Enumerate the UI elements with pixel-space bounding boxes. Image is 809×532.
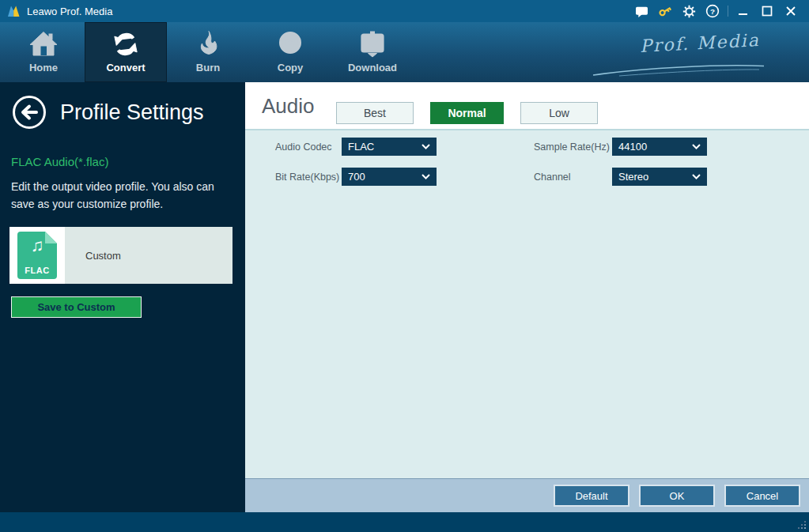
app-logo-icon: [6, 5, 21, 17]
status-footer: [0, 512, 809, 532]
brand-swoosh-icon: [592, 63, 766, 77]
flac-file-icon: ♫ FLAC: [17, 232, 57, 279]
bit-rate-label: Bit Rate(Kbps): [275, 172, 342, 183]
sample-rate-field: Sample Rate(Hz) 44100: [534, 138, 707, 156]
resize-grip[interactable]: [804, 527, 806, 529]
quality-best-button[interactable]: Best: [336, 102, 414, 124]
app-window: Leawo Prof. Media ?: [0, 0, 809, 532]
custom-profile-icon-cell: ♫ FLAC: [9, 227, 65, 284]
window-title: Leawo Prof. Media: [27, 6, 112, 17]
profile-description: Edit the output video profile. You also …: [11, 179, 231, 213]
page-title: Profile Settings: [60, 100, 204, 125]
titlebar: Leawo Prof. Media ?: [0, 0, 809, 22]
custom-profile-label: Custom: [85, 250, 121, 262]
channel-select[interactable]: Stereo: [612, 168, 707, 186]
nav-tab-burn[interactable]: Burn: [167, 22, 249, 82]
section-title: Audio: [262, 94, 315, 119]
nav-tab-download[interactable]: Download: [331, 22, 414, 82]
audio-codec-select[interactable]: FLAC: [342, 138, 437, 156]
save-to-custom-button[interactable]: Save to Custom: [11, 296, 142, 318]
profile-name: FLAC Audio(*.flac): [11, 155, 234, 168]
audio-settings-header: Audio Best Normal Low: [245, 82, 809, 130]
svg-text:?: ?: [710, 7, 715, 16]
channel-value: Stereo: [618, 171, 692, 183]
titlebar-controls: ?: [629, 2, 803, 21]
chevron-down-icon: [422, 174, 430, 179]
chevron-down-icon: [692, 174, 701, 179]
cancel-button[interactable]: Cancel: [724, 485, 800, 507]
back-button[interactable]: [11, 94, 47, 130]
minimize-icon[interactable]: [732, 2, 755, 21]
channel-field: Channel Stereo: [534, 168, 707, 186]
settings-gear-icon[interactable]: [677, 2, 701, 21]
nav-label: Convert: [106, 62, 145, 74]
flac-icon-label: FLAC: [17, 266, 57, 275]
sample-rate-value: 44100: [618, 141, 692, 153]
custom-profile-item[interactable]: ♫ FLAC Custom: [9, 227, 232, 284]
dialog-action-bar: Default OK Cancel: [245, 478, 809, 512]
audio-codec-value: FLAC: [348, 141, 422, 153]
help-icon[interactable]: ?: [701, 2, 724, 21]
nav-tab-convert[interactable]: Convert: [85, 22, 167, 82]
register-key-icon[interactable]: [653, 2, 677, 21]
bit-rate-value: 700: [348, 171, 422, 183]
music-note-icon: ♫: [17, 237, 57, 255]
quality-low-button[interactable]: Low: [520, 102, 598, 124]
bit-rate-select[interactable]: 700: [342, 168, 437, 186]
quality-normal-button[interactable]: Normal: [430, 102, 504, 124]
sample-rate-label: Sample Rate(Hz): [534, 141, 612, 153]
quality-preset-group: Best Normal Low: [336, 102, 598, 124]
titlebar-divider: [728, 6, 728, 17]
profile-settings-sidebar: Profile Settings FLAC Audio(*.flac) Edit…: [0, 82, 245, 512]
bit-rate-field: Bit Rate(Kbps) 700: [275, 168, 437, 186]
audio-codec-label: Audio Codec: [275, 141, 342, 153]
nav-label: Burn: [196, 62, 220, 74]
convert-icon: [112, 31, 140, 58]
nav-label: Copy: [278, 62, 304, 74]
ok-button[interactable]: OK: [639, 485, 715, 507]
copy-disc-icon: [277, 31, 304, 58]
close-icon[interactable]: [779, 2, 803, 21]
nav-tab-home[interactable]: Home: [2, 22, 85, 82]
audio-codec-field: Audio Codec FLAC: [275, 138, 437, 156]
chevron-down-icon: [692, 144, 701, 149]
default-button[interactable]: Default: [554, 485, 629, 507]
maximize-icon[interactable]: [755, 2, 779, 21]
nav-tab-copy[interactable]: Copy: [249, 22, 331, 82]
sample-rate-select[interactable]: 44100: [612, 138, 707, 156]
message-icon[interactable]: [629, 2, 653, 21]
nav-label: Download: [348, 62, 397, 74]
download-icon: [358, 31, 387, 58]
audio-settings-form: Audio Codec FLAC Sample Rate(Hz) 44100 B…: [245, 130, 809, 478]
burn-flame-icon: [195, 31, 221, 58]
nav-label: Home: [29, 62, 58, 74]
channel-label: Channel: [534, 172, 612, 183]
main-nav: Home Convert Burn Copy: [0, 22, 809, 82]
brand-logo-text: Prof. Media: [640, 30, 761, 56]
chevron-down-icon: [422, 144, 430, 149]
sidebar-header: Profile Settings: [0, 82, 245, 130]
home-icon: [28, 31, 59, 58]
